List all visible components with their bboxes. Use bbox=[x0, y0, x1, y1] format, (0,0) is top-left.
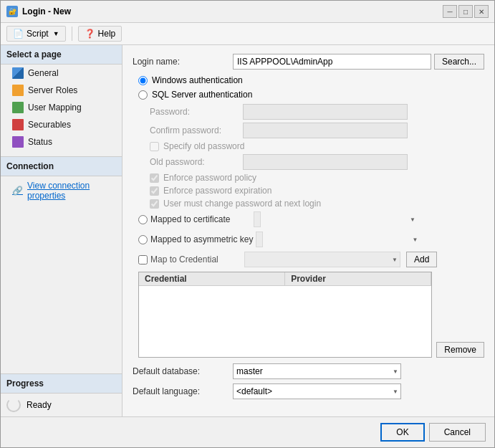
toolbar: 📄 Script ▼ ❓ Help bbox=[1, 23, 494, 45]
credentials-table: Credential Provider Remove bbox=[138, 272, 484, 358]
provider-col-header: Provider bbox=[285, 272, 431, 285]
confirm-password-label: Confirm password: bbox=[150, 125, 243, 135]
user-must-change-row: User must change password at next login bbox=[133, 199, 484, 209]
sidebar-item-status[interactable]: Status bbox=[1, 133, 122, 151]
old-password-row: Old password: bbox=[133, 154, 484, 170]
password-label: Password: bbox=[150, 107, 243, 117]
enforce-expiration-checkbox bbox=[150, 186, 159, 196]
default-language-select-wrapper: <default> bbox=[233, 383, 401, 399]
sidebar-label-user-mapping: User Mapping bbox=[28, 103, 82, 113]
add-button[interactable]: Add bbox=[406, 252, 437, 267]
securables-icon bbox=[12, 119, 24, 130]
script-label: Script bbox=[27, 29, 49, 39]
user-mapping-icon bbox=[12, 102, 24, 113]
mapped-to-cert-row: Mapped to certificate bbox=[133, 211, 484, 227]
help-button[interactable]: ❓ Help bbox=[78, 26, 122, 42]
enforce-expiration-label: Enforce password expiration bbox=[163, 186, 271, 196]
window-title: Login - New bbox=[22, 6, 71, 16]
windows-auth-row: Windows authentication bbox=[133, 75, 484, 85]
ok-button[interactable]: OK bbox=[380, 423, 424, 442]
sidebar-item-user-mapping[interactable]: User Mapping bbox=[1, 99, 122, 116]
confirm-password-input bbox=[243, 123, 408, 138]
sql-auth-radio[interactable] bbox=[138, 90, 148, 100]
help-icon: ❓ bbox=[85, 29, 95, 39]
default-language-label: Default language: bbox=[133, 386, 233, 396]
enforce-policy-label: Enforce password policy bbox=[163, 173, 256, 183]
minimize-button[interactable]: ─ bbox=[443, 5, 457, 18]
mapped-to-asym-select bbox=[256, 232, 263, 247]
default-language-row: Default language: <default> bbox=[133, 383, 484, 399]
default-language-select[interactable]: <default> bbox=[233, 383, 401, 399]
general-icon bbox=[12, 67, 24, 79]
map-to-credential-select bbox=[244, 252, 400, 267]
sidebar-label-securables: Securables bbox=[28, 120, 71, 130]
sidebar-item-securables[interactable]: Securables bbox=[1, 116, 122, 133]
title-bar-left: 🔐 Login - New bbox=[6, 6, 71, 17]
old-password-label: Old password: bbox=[150, 157, 243, 167]
login-name-input[interactable] bbox=[233, 54, 431, 70]
mapped-to-asym-select-wrapper bbox=[256, 232, 420, 247]
map-to-credential-row: Map to Credential Add bbox=[133, 252, 484, 267]
view-connection-properties-link[interactable]: 🔗 View connection properties bbox=[1, 176, 122, 205]
windows-auth-label: Windows authentication bbox=[152, 75, 243, 85]
search-button[interactable]: Search... bbox=[434, 54, 484, 70]
title-bar: 🔐 Login - New ─ □ ✕ bbox=[1, 1, 494, 23]
sql-auth-label: SQL Server authentication bbox=[152, 90, 252, 100]
script-button[interactable]: 📄 Script ▼ bbox=[6, 26, 66, 42]
sidebar-label-status: Status bbox=[28, 137, 52, 147]
windows-auth-radio[interactable] bbox=[138, 76, 148, 85]
script-icon: 📄 bbox=[13, 29, 24, 39]
footer: OK Cancel bbox=[1, 416, 494, 447]
ready-label: Ready bbox=[27, 400, 52, 410]
progress-label: Progress bbox=[6, 378, 44, 389]
toolbar-separator bbox=[72, 27, 72, 41]
window-icon: 🔐 bbox=[6, 6, 18, 17]
enforce-policy-row: Enforce password policy bbox=[133, 173, 484, 183]
remove-button[interactable]: Remove bbox=[436, 342, 484, 358]
credential-col-header: Credential bbox=[139, 272, 285, 285]
server-roles-icon bbox=[12, 85, 24, 96]
close-button[interactable]: ✕ bbox=[474, 5, 489, 18]
login-name-row: Login name: Search... bbox=[133, 54, 484, 70]
specify-old-password-checkbox bbox=[150, 142, 159, 151]
link-icon: 🔗 bbox=[12, 186, 23, 196]
password-row: Password: bbox=[133, 104, 484, 120]
old-password-input bbox=[243, 154, 408, 170]
default-database-label: Default database: bbox=[133, 366, 233, 376]
default-database-row: Default database: master bbox=[133, 363, 484, 379]
progress-section: Progress bbox=[1, 373, 122, 394]
map-to-credential-label: Map to Credential bbox=[150, 254, 241, 264]
mapped-to-cert-radio[interactable] bbox=[138, 215, 148, 224]
maximize-button[interactable]: □ bbox=[458, 5, 473, 18]
confirm-password-row: Confirm password: bbox=[133, 123, 484, 138]
mapped-to-cert-label: Mapped to certificate bbox=[150, 214, 251, 224]
select-page-label: Select a page bbox=[6, 49, 62, 59]
user-must-change-checkbox bbox=[150, 199, 159, 209]
ready-status: Ready bbox=[1, 394, 122, 416]
remove-btn-container: Remove bbox=[436, 272, 484, 358]
sidebar-item-server-roles[interactable]: Server Roles bbox=[1, 82, 122, 99]
enforce-policy-checkbox bbox=[150, 173, 159, 183]
password-input bbox=[243, 104, 408, 120]
connection-label: Connection bbox=[6, 161, 54, 171]
mapped-to-asym-radio[interactable] bbox=[138, 235, 148, 244]
title-controls: ─ □ ✕ bbox=[443, 5, 489, 18]
connection-section: Connection bbox=[1, 156, 122, 176]
main-window: 🔐 Login - New ─ □ ✕ 📄 Script ▼ ❓ Help Se… bbox=[0, 0, 495, 448]
specify-old-password-row: Specify old password bbox=[133, 141, 484, 151]
enforce-expiration-row: Enforce password expiration bbox=[133, 186, 484, 196]
default-database-select[interactable]: master bbox=[233, 363, 401, 379]
map-to-credential-select-wrapper bbox=[244, 252, 400, 267]
main-content: Select a page General Server Roles User … bbox=[1, 45, 494, 416]
connection-link-label: View connection properties bbox=[27, 181, 116, 201]
specify-old-password-label: Specify old password bbox=[163, 141, 244, 151]
default-database-select-wrapper: master bbox=[233, 363, 401, 379]
map-to-credential-checkbox[interactable] bbox=[138, 255, 148, 264]
sidebar-item-general[interactable]: General bbox=[1, 65, 122, 82]
help-label: Help bbox=[98, 29, 116, 39]
credentials-list: Credential Provider bbox=[138, 272, 432, 358]
sql-auth-row: SQL Server authentication bbox=[133, 90, 484, 100]
cancel-button[interactable]: Cancel bbox=[429, 423, 486, 442]
mapped-to-asym-label: Mapped to asymmetric key bbox=[150, 234, 253, 244]
content-area: Login name: Search... Windows authentica… bbox=[122, 45, 494, 416]
